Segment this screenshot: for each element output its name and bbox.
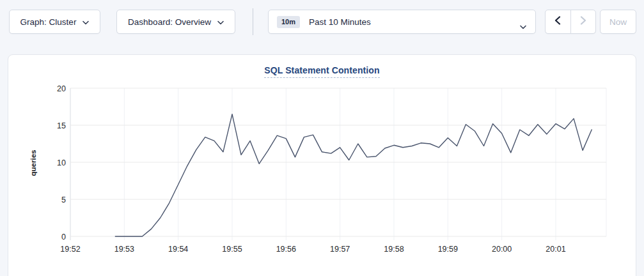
now-button[interactable]: Now (600, 10, 636, 34)
time-shift-prev-button[interactable] (546, 10, 571, 33)
graph-dropdown[interactable]: Graph: Cluster (9, 10, 100, 34)
chevron-down-icon (82, 17, 89, 27)
time-range-label: Past 10 Minutes (309, 17, 371, 27)
chart-title[interactable]: SQL Statement Contention (264, 65, 379, 78)
chart-title-row: SQL Statement Contention (8, 65, 636, 78)
time-range-picker[interactable]: 10m Past 10 Minutes (268, 10, 536, 34)
chevron-left-icon (554, 16, 561, 27)
toolbar: Graph: Cluster Dashboard: Overview 10m P… (0, 0, 644, 45)
chevron-right-icon (580, 16, 586, 27)
now-button-label: Now (609, 17, 627, 27)
graph-dropdown-label: Graph: Cluster (20, 17, 77, 27)
chart-plot-area[interactable] (70, 88, 606, 236)
time-shift-controls (545, 10, 596, 34)
toolbar-divider (253, 8, 253, 35)
time-shift-next-button[interactable] (571, 10, 596, 33)
time-range-badge: 10m (277, 16, 300, 28)
chevron-down-icon (520, 20, 526, 32)
chevron-down-icon (217, 17, 224, 27)
dashboard-dropdown-label: Dashboard: Overview (128, 17, 211, 27)
dashboard-dropdown[interactable]: Dashboard: Overview (116, 10, 235, 34)
